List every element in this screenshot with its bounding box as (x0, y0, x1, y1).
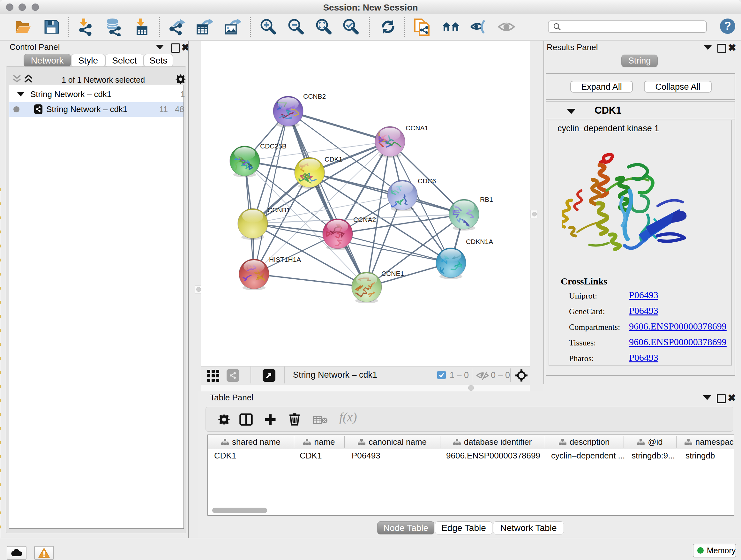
svg-text:HIST1H1A: HIST1H1A (269, 256, 301, 263)
svg-text:CCNA2: CCNA2 (353, 216, 376, 223)
svg-text:CDC6: CDC6 (418, 177, 436, 185)
svg-text:CDC25B: CDC25B (260, 142, 286, 150)
svg-text:CCNB1: CCNB1 (267, 206, 290, 213)
svg-text:CCNB2: CCNB2 (303, 92, 326, 100)
svg-text:?: ? (724, 19, 731, 33)
svg-text:RB1: RB1 (480, 196, 493, 203)
svg-text:CDKN1A: CDKN1A (466, 238, 493, 245)
svg-text:CDK1: CDK1 (325, 155, 342, 163)
svg-text:CCNA1: CCNA1 (406, 124, 428, 132)
svg-text:CCNE1: CCNE1 (381, 270, 404, 277)
